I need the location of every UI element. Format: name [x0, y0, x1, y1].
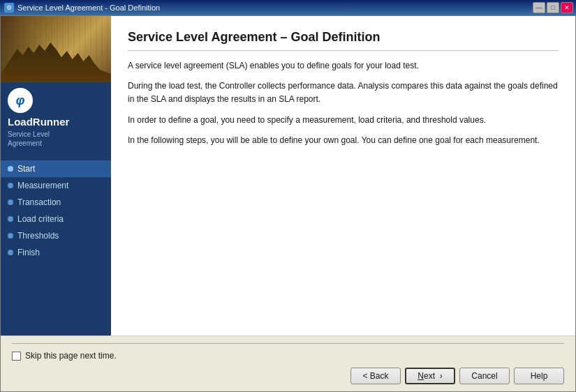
next-label: Next ›: [418, 371, 442, 381]
window-controls[interactable]: — □ ✕: [533, 2, 573, 13]
footer-divider: [12, 343, 564, 344]
sidebar-item-thresholds[interactable]: Thresholds: [1, 227, 111, 244]
sidebar: φ LoadRunner Service LevelAgreement Star…: [1, 16, 111, 336]
sidebar-image: [1, 16, 111, 82]
title-bar: ⚙ Service Level Agreement - Goal Definit…: [0, 0, 576, 15]
skip-label: Skip this page next time.: [25, 351, 117, 361]
maximize-button[interactable]: □: [547, 2, 559, 13]
sidebar-item-start[interactable]: Start: [1, 160, 111, 177]
content-title: Service Level Agreement – Goal Definitio…: [128, 30, 559, 51]
close-button[interactable]: ✕: [561, 2, 573, 13]
dialog-footer: Skip this page next time. < Back Next › …: [1, 336, 575, 391]
content-area: Service Level Agreement – Goal Definitio…: [111, 16, 575, 336]
hp-logo: φ: [8, 88, 33, 113]
sidebar-item-finish[interactable]: Finish: [1, 244, 111, 261]
paragraph-4: In the following steps, you will be able…: [128, 134, 559, 147]
dialog: φ LoadRunner Service LevelAgreement Star…: [0, 15, 576, 392]
minimize-button[interactable]: —: [533, 2, 545, 13]
nav-dot-load-criteria: [8, 216, 13, 222]
nav-dot-start: [8, 166, 13, 172]
button-row: < Back Next › Cancel Help: [12, 368, 564, 384]
skip-checkbox[interactable]: [12, 352, 21, 361]
paragraph-3: In order to define a goal, you need to s…: [128, 114, 559, 127]
brand-name: LoadRunner: [8, 116, 104, 128]
help-button[interactable]: Help: [514, 368, 564, 384]
next-button[interactable]: Next ›: [405, 368, 455, 384]
sidebar-brand: φ LoadRunner Service LevelAgreement: [1, 82, 111, 153]
back-button[interactable]: < Back: [350, 368, 401, 384]
sidebar-item-transaction[interactable]: Transaction: [1, 194, 111, 211]
nav-dot-finish: [8, 250, 13, 255]
sidebar-label-thresholds: Thresholds: [17, 231, 59, 241]
paragraph-1: A service level agreement (SLA) enables …: [128, 59, 559, 73]
skip-row: Skip this page next time.: [12, 351, 564, 361]
title-bar-text: Service Level Agreement - Goal Definitio…: [17, 3, 160, 12]
app-icon: ⚙: [4, 3, 14, 13]
hp-logo-text: φ: [16, 94, 25, 107]
nav-dot-measurement: [8, 183, 13, 188]
sidebar-item-load-criteria[interactable]: Load criteria: [1, 211, 111, 227]
nav-dot-transaction: [8, 199, 13, 205]
sidebar-label-measurement: Measurement: [17, 181, 68, 190]
sidebar-label-load-criteria: Load criteria: [17, 214, 64, 224]
cancel-button[interactable]: Cancel: [459, 368, 510, 384]
paragraph-2: During the load test, the Controller col…: [128, 80, 559, 106]
sidebar-nav: Start Measurement Transaction Load crite…: [1, 153, 111, 268]
sidebar-label-start: Start: [17, 164, 35, 174]
sidebar-label-transaction: Transaction: [17, 197, 61, 207]
nav-dot-thresholds: [8, 233, 13, 239]
sidebar-label-finish: Finish: [17, 248, 40, 257]
sidebar-item-measurement[interactable]: Measurement: [1, 177, 111, 194]
brand-subtitle: Service LevelAgreement: [8, 130, 104, 148]
